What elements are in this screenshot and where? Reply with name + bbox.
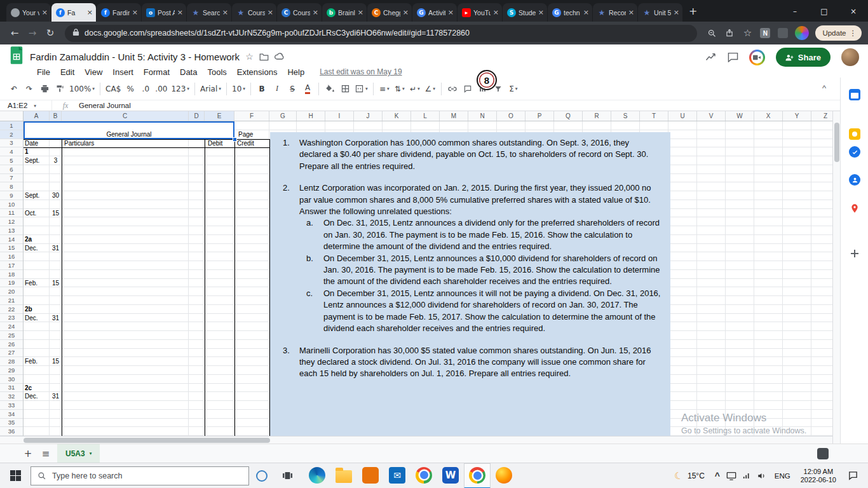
row-header-15[interactable]: 15 — [0, 244, 23, 253]
menu-extensions[interactable]: Extensions — [232, 67, 283, 78]
print-button[interactable] — [37, 81, 52, 97]
cell-A9[interactable]: Sept. — [24, 191, 50, 200]
italic-button[interactable]: I — [269, 81, 285, 97]
cell-general-journal[interactable]: General Journal — [24, 130, 234, 139]
cloud-status-icon[interactable] — [275, 53, 285, 60]
tab-close-icon[interactable]: × — [42, 8, 48, 17]
row-header-11[interactable]: 11 — [0, 209, 23, 218]
insert-link-button[interactable] — [445, 81, 460, 97]
decrease-decimal-button[interactable]: .0 — [138, 81, 153, 97]
language-indicator[interactable]: ENG — [775, 472, 790, 480]
tab-close-icon[interactable]: × — [177, 8, 183, 17]
row-header-20[interactable]: 20 — [0, 287, 23, 296]
profile-avatar[interactable] — [795, 26, 809, 40]
font-select[interactable]: Arial▾ — [198, 81, 223, 97]
mail-taskbar-button[interactable]: ✉ — [384, 463, 410, 488]
address-bar[interactable]: docs.google.com/spreadsheets/d/1sdZrt-vt… — [65, 25, 697, 42]
new-tab-button[interactable]: + — [683, 5, 703, 22]
column-header-G[interactable]: G — [269, 111, 297, 121]
edge-taskbar-button[interactable] — [304, 463, 330, 488]
cell-B9[interactable]: 30 — [50, 191, 62, 200]
column-header-Q[interactable]: Q — [554, 111, 583, 121]
extension-icon[interactable] — [775, 25, 791, 41]
column-header-O[interactable]: O — [497, 111, 526, 121]
row-header-21[interactable]: 21 — [0, 296, 23, 305]
chrome-taskbar-button[interactable] — [410, 463, 437, 488]
bold-button[interactable]: B — [254, 81, 269, 97]
taskbar-clock[interactable]: 12:09 AM 2022-06-10 — [801, 468, 836, 484]
start-button[interactable] — [0, 463, 31, 488]
browser-tab-0[interactable]: Your v× — [6, 3, 51, 22]
row-header-19[interactable]: 19 — [0, 279, 23, 288]
browser-tab-7[interactable]: bBrainl× — [322, 3, 367, 22]
cell-B11[interactable]: 15 — [50, 209, 62, 218]
cells-area[interactable]: 1.Washington Corporation has 100,000 com… — [24, 121, 832, 436]
sheets-logo-icon[interactable] — [9, 46, 24, 67]
row-header-4[interactable]: 4 — [0, 147, 23, 156]
increase-decimal-button[interactable]: .00 — [153, 81, 169, 97]
back-icon[interactable]: ← — [6, 25, 23, 41]
extension-n-icon[interactable]: N — [757, 25, 773, 41]
cell-A22[interactable]: 2b — [24, 305, 50, 314]
share-icon[interactable] — [721, 25, 738, 41]
cell-A28[interactable]: Feb. — [24, 357, 50, 366]
account-avatar[interactable] — [841, 48, 859, 66]
row-header-34[interactable]: 34 — [0, 410, 23, 419]
reload-icon[interactable]: ↻ — [42, 25, 58, 41]
row-header-29[interactable]: 29 — [0, 366, 23, 375]
row-header-26[interactable]: 26 — [0, 340, 23, 349]
row-header-13[interactable]: 13 — [0, 226, 23, 235]
meet-camera-icon[interactable] — [749, 50, 765, 65]
explore-icon[interactable] — [817, 448, 829, 459]
browser-tab-11[interactable]: SStude× — [503, 3, 547, 22]
row-header-24[interactable]: 24 — [0, 322, 23, 331]
chrome-active-taskbar-button[interactable] — [464, 463, 491, 488]
hidden-icons-chevron[interactable]: ^ — [711, 471, 724, 481]
keep-icon[interactable] — [849, 128, 860, 140]
browser-tab-12[interactable]: Gtechn× — [548, 3, 592, 22]
font-size-select[interactable]: 10▾ — [230, 81, 247, 97]
column-header-V[interactable]: V — [697, 111, 726, 121]
column-header-M[interactable]: M — [440, 111, 468, 121]
task-view-icon[interactable] — [275, 463, 300, 488]
tray-volume-icon[interactable] — [754, 468, 770, 484]
last-edit-link[interactable]: Last edit was on May 19 — [320, 67, 402, 76]
row-header-7[interactable]: 7 — [0, 174, 23, 183]
menu-help[interactable]: Help — [282, 67, 309, 78]
redo-button[interactable]: ↷ — [22, 81, 37, 97]
tab-close-icon[interactable]: × — [538, 8, 544, 17]
action-center-icon[interactable] — [841, 470, 864, 481]
cell-B19[interactable]: 15 — [50, 279, 62, 288]
cortana-icon[interactable] — [249, 463, 275, 488]
borders-button[interactable] — [337, 81, 353, 97]
text-rotation-button[interactable]: ∠▾ — [423, 81, 438, 97]
tray-display-icon[interactable] — [724, 468, 739, 484]
horizontal-scrollbar-thumb[interactable] — [24, 438, 270, 443]
row-header-14[interactable]: 14 — [0, 235, 23, 244]
vertical-align-button[interactable]: ⇅▾ — [392, 81, 407, 97]
collapse-toolbar-icon[interactable]: ^ — [822, 83, 826, 93]
browser-tab-6[interactable]: CCours× — [277, 3, 322, 22]
cell-B23[interactable]: 31 — [50, 314, 62, 323]
tab-close-icon[interactable]: × — [87, 8, 93, 17]
cell-particulars-header[interactable]: Particulars — [63, 139, 158, 148]
move-folder-icon[interactable] — [259, 53, 269, 61]
select-all-corner[interactable] — [0, 111, 24, 121]
row-header-36[interactable]: 36 — [0, 427, 23, 436]
paint-format-button[interactable] — [52, 81, 67, 97]
name-box[interactable]: A1:E2 ▾ — [0, 100, 52, 111]
text-wrap-button[interactable]: ↵▾ — [407, 81, 423, 97]
percent-format-button[interactable]: % — [123, 81, 138, 97]
fill-color-button[interactable] — [322, 81, 337, 97]
row-header-9[interactable]: 9 — [0, 191, 23, 200]
cell-page[interactable]: Page — [237, 130, 269, 139]
row-header-10[interactable]: 10 — [0, 200, 23, 209]
cell-A11[interactable]: Oct. — [24, 209, 50, 218]
star-icon[interactable]: ☆ — [245, 51, 254, 62]
horizontal-align-button[interactable]: ≡▾ — [377, 81, 392, 97]
column-header-F[interactable]: F — [234, 111, 269, 121]
column-header-T[interactable]: T — [640, 111, 668, 121]
column-header-S[interactable]: S — [611, 111, 640, 121]
row-header-33[interactable]: 33 — [0, 401, 23, 410]
comment-history-icon[interactable] — [728, 52, 738, 62]
